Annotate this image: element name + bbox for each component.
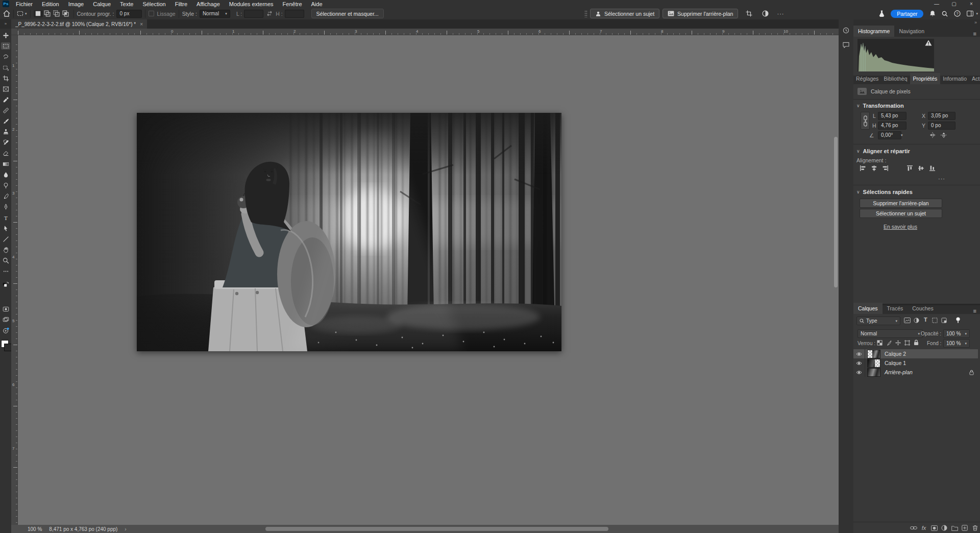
menu-item-7[interactable]: Affichage <box>192 1 225 8</box>
spot-healing-brush-tool[interactable] <box>1 107 10 114</box>
width-input[interactable] <box>244 10 263 18</box>
gradient-tool[interactable] <box>1 160 10 167</box>
marquee-tool-icon[interactable] <box>17 10 23 17</box>
tab-informations[interactable]: Informatio <box>940 73 969 84</box>
feather-input[interactable]: 0 px <box>116 10 142 18</box>
edit-toolbar-ellipsis-icon[interactable] <box>1 268 10 275</box>
menu-item-3[interactable]: Calque <box>88 1 115 8</box>
visibility-eye-icon[interactable] <box>853 368 865 377</box>
horizontal-scrollbar[interactable] <box>265 527 608 531</box>
flip-horizontal-icon[interactable] <box>929 132 936 138</box>
y-prop-field[interactable]: 0 po <box>928 122 955 130</box>
filter-smart-objects-icon[interactable] <box>941 318 947 323</box>
tab-proprietes[interactable]: Propriétés <box>910 73 941 84</box>
menu-item-9[interactable]: Fenêtre <box>278 1 307 8</box>
layer-effects-fx-icon[interactable]: fx <box>919 525 929 531</box>
menu-item-5[interactable]: Sélection <box>138 1 170 8</box>
align-center-horizontal-icon[interactable] <box>871 165 877 172</box>
blur-tool[interactable] <box>1 171 10 178</box>
tab-calques[interactable]: Calques <box>853 303 883 314</box>
object-selection-tool[interactable] <box>1 64 10 71</box>
taskbar-more-button[interactable]: ··· <box>777 11 784 17</box>
opacity-field[interactable]: 100 %▾ <box>943 329 970 338</box>
home-icon[interactable] <box>3 10 10 17</box>
status-arrow-icon[interactable]: › <box>125 526 126 532</box>
learn-more-link[interactable]: En savoir plus <box>884 224 917 230</box>
pen-tool[interactable] <box>1 203 10 210</box>
lock-transparent-pixels-icon[interactable] <box>877 340 883 346</box>
zoom-level-field[interactable]: 100 % <box>28 526 42 532</box>
lock-all-icon[interactable] <box>914 340 919 346</box>
tab-traces[interactable]: Tracés <box>883 303 908 314</box>
color-swatches[interactable] <box>1 340 11 351</box>
eyedropper-tool[interactable] <box>1 96 10 103</box>
vertical-scrollbar[interactable] <box>834 137 838 287</box>
histogram-warning-icon[interactable] <box>925 40 932 46</box>
select-subject-button[interactable]: Sélectionner un sujet <box>590 9 659 18</box>
new-group-folder-icon[interactable] <box>949 525 960 531</box>
height-input[interactable] <box>285 10 304 18</box>
tab-histogramme[interactable]: Histogramme <box>853 26 894 37</box>
remove-background-button[interactable]: Supprimer l'arrière-plan <box>663 9 738 18</box>
align-top-icon[interactable] <box>906 165 913 172</box>
antialias-checkbox[interactable] <box>149 11 154 16</box>
layer-name[interactable]: Arrière-plan <box>885 369 913 375</box>
filter-type-layers-icon[interactable]: T <box>924 317 927 323</box>
default-colors-icon[interactable] <box>1 280 10 287</box>
minimize-button[interactable]: — <box>928 0 945 8</box>
blend-mode-select[interactable]: Normal▾ <box>857 329 923 338</box>
taskbar-grip-handle[interactable] <box>584 10 587 17</box>
cloud-sync-icon[interactable] <box>1 327 10 334</box>
align-center-vertical-icon[interactable] <box>918 165 924 172</box>
style-select[interactable]: Normal▾ <box>200 10 230 18</box>
tab-navigation[interactable]: Navigation <box>894 26 929 37</box>
align-right-icon[interactable] <box>882 165 889 172</box>
type-tool[interactable]: T <box>1 214 10 221</box>
add-layer-mask-icon[interactable] <box>929 525 939 531</box>
path-selection-tool[interactable] <box>1 225 10 232</box>
comments-panel-icon[interactable] <box>841 41 850 49</box>
fill-field[interactable]: 100 %▾ <box>943 339 970 348</box>
line-tool[interactable] <box>1 235 10 243</box>
crop-tool[interactable] <box>1 75 10 82</box>
dodge-tool[interactable] <box>1 182 10 189</box>
layer-thumbnail[interactable] <box>868 350 880 358</box>
help-icon[interactable]: ? <box>954 10 961 17</box>
select-subject-panel-button[interactable]: Sélectionner un sujet <box>860 209 942 218</box>
layer-name[interactable]: Calque 1 <box>885 360 906 366</box>
menu-item-10[interactable]: Aide <box>307 1 327 8</box>
filter-shape-layers-icon[interactable] <box>932 318 938 323</box>
menu-item-1[interactable]: Edition <box>37 1 64 8</box>
delete-layer-trash-icon[interactable] <box>970 525 980 531</box>
filter-pixel-layers-icon[interactable] <box>904 318 911 323</box>
toolbar-collapse-button[interactable]: » <box>0 19 11 29</box>
lasso-tool[interactable] <box>1 53 10 60</box>
filter-toggle-icon[interactable] <box>955 317 961 323</box>
layer-filter-type-select[interactable]: Type▾ <box>856 317 900 325</box>
canvas-image[interactable] <box>137 113 561 351</box>
subtract-selection-mode-icon[interactable] <box>52 10 61 17</box>
new-selection-mode-icon[interactable] <box>34 10 43 17</box>
tab-couches[interactable]: Couches <box>908 303 938 314</box>
lock-image-pixels-icon[interactable] <box>886 340 892 346</box>
adjustments-icon[interactable] <box>761 10 770 17</box>
histogram-panel-menu-icon[interactable]: ≡ <box>970 31 980 37</box>
link-layers-icon[interactable] <box>909 526 919 530</box>
crop-icon[interactable] <box>744 10 753 17</box>
align-bottom-icon[interactable] <box>929 165 936 172</box>
share-button[interactable]: Partager <box>891 10 923 18</box>
document-tab-close-icon[interactable]: × <box>140 21 143 27</box>
menu-item-4[interactable]: Texte <box>115 1 138 8</box>
new-layer-icon[interactable] <box>960 525 970 531</box>
frame-tool[interactable] <box>1 85 10 92</box>
tab-bibliotheque[interactable]: Bibliothèq <box>881 73 910 84</box>
lock-position-icon[interactable] <box>895 340 901 346</box>
horizontal-ruler[interactable]: 012345678910 <box>11 29 839 35</box>
history-brush-tool[interactable] <box>1 139 10 146</box>
menu-item-2[interactable]: Image <box>64 1 89 8</box>
visibility-eye-icon[interactable] <box>853 358 865 368</box>
beta-flask-icon[interactable] <box>879 10 885 17</box>
layers-panel-menu-icon[interactable]: ≡ <box>970 308 980 314</box>
notifications-bell-icon[interactable] <box>929 10 936 17</box>
align-left-icon[interactable] <box>860 165 866 172</box>
